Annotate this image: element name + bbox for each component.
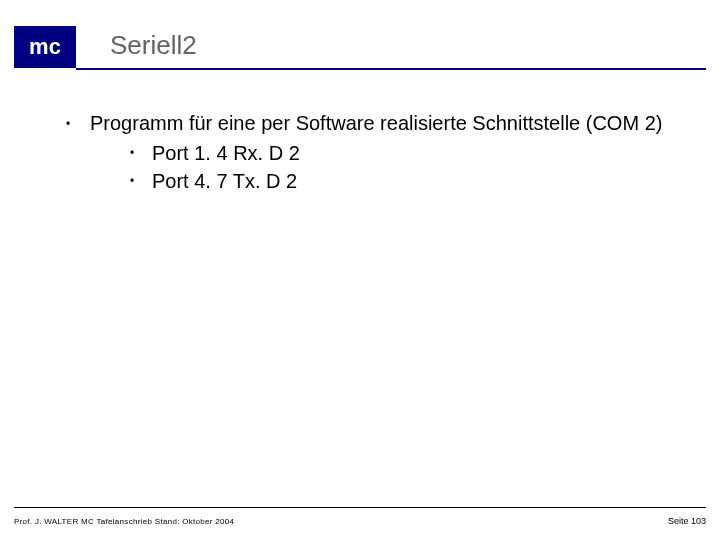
logo-box: mc [14, 26, 76, 68]
footer-left-text: Prof. J. WALTER MC Tafelanschrieb Stand:… [14, 517, 234, 526]
slide: mc Seriell2 Programm für eine per Softwa… [0, 0, 720, 540]
logo-text: mc [29, 34, 61, 60]
sub-bullet-text: Port 4. 7 Tx. D 2 [152, 170, 297, 192]
footer-divider [14, 507, 706, 508]
sub-bullet-text: Port 1. 4 Rx. D 2 [152, 142, 300, 164]
title-underline [76, 68, 706, 70]
bullet-list-level2: Port 1. 4 Rx. D 2 Port 4. 7 Tx. D 2 [90, 139, 690, 195]
footer-right-text: Seite 103 [668, 516, 706, 526]
list-item: Port 1. 4 Rx. D 2 [124, 139, 690, 167]
slide-title: Seriell2 [110, 30, 197, 61]
list-item: Port 4. 7 Tx. D 2 [124, 167, 690, 195]
bullet-list-level1: Programm für eine per Software realisier… [60, 110, 690, 195]
slide-header: mc Seriell2 [0, 26, 720, 68]
slide-content: Programm für eine per Software realisier… [60, 110, 690, 195]
list-item: Programm für eine per Software realisier… [60, 110, 690, 195]
bullet-main-text: Programm für eine per Software realisier… [90, 112, 662, 134]
